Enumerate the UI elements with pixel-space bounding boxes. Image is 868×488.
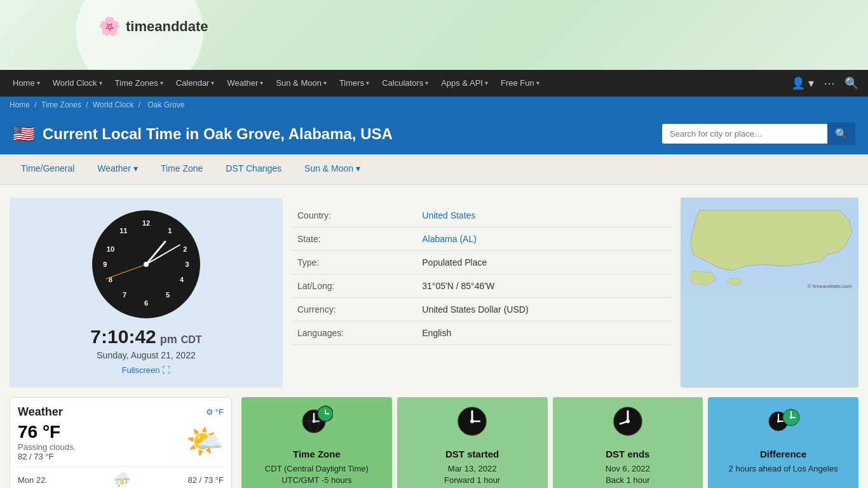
logo-area[interactable]: 🌸 timeanddate: [98, 16, 208, 37]
tab-timegeneral[interactable]: Time/General: [10, 154, 86, 184]
state-link[interactable]: Alabama (AL): [422, 234, 477, 244]
info-row-currency: Currency: United States Dollar (USD): [292, 298, 671, 322]
difference-card-icon: [767, 405, 800, 444]
label-country: Country:: [292, 204, 417, 227]
nav-timers-arrow: ▾: [366, 70, 369, 97]
dst-started-value: Mar 13, 2022Forward 1 hour: [444, 463, 500, 486]
logo-regular: timeand: [126, 18, 179, 34]
main-content: 12 1 2 3 4 5 6 7 8 9 10 11 7:10:42 pm: [0, 185, 868, 488]
nav-sunmoon-arrow: ▾: [323, 70, 327, 97]
tab-dst[interactable]: DST Changes: [214, 154, 293, 184]
nav-calendar[interactable]: Calendar ▾: [170, 70, 221, 97]
info-section: Country: United States State: Alabama (A…: [292, 198, 671, 388]
nav-weather[interactable]: Weather ▾: [220, 70, 269, 97]
clock-num-6: 6: [144, 299, 148, 307]
forecast-row-1: Mon 22. ⛈️ 82 / 73 °F: [18, 466, 224, 488]
clock-minute-hand: [146, 244, 181, 265]
label-state: State:: [292, 227, 417, 251]
breadcrumb-timezones[interactable]: Time Zones: [41, 100, 81, 109]
label-currency: Currency:: [292, 298, 417, 322]
tab-sunmoon-arrow: ▾: [356, 163, 360, 173]
nav-timezones-arrow: ▾: [160, 70, 163, 97]
search-icon[interactable]: 🔍: [841, 73, 862, 93]
page-header: 🇺🇸 Current Local Time in Oak Grove, Alab…: [0, 113, 868, 154]
share-icon[interactable]: ⋯: [820, 73, 838, 93]
forecast-temp-1: 82 / 73 °F: [187, 475, 224, 485]
country-flag: 🇺🇸: [13, 123, 35, 144]
page-title: Current Local Time in Oak Grove, Alabama…: [43, 125, 393, 143]
top-banner: 🌸 timeanddate: [0, 0, 868, 70]
clock-num-3: 3: [186, 261, 189, 268]
difference-card-title: Difference: [760, 449, 806, 459]
map-section[interactable]: © timeanddate.com: [681, 198, 858, 388]
map-image: © timeanddate.com: [681, 198, 858, 290]
clock-time: 7:10:42 pm CDT: [90, 326, 201, 348]
timezone-card-value: CDT (Central Daylight Time)UTC/GMT -5 ho…: [265, 463, 369, 486]
tab-timezone[interactable]: Time Zone: [149, 154, 214, 184]
breadcrumb-worldclock[interactable]: World Clock: [93, 100, 133, 109]
clock-num-1: 1: [168, 227, 172, 234]
page-header-left: 🇺🇸 Current Local Time in Oak Grove, Alab…: [13, 123, 393, 144]
logo-icon: 🌸: [98, 16, 121, 37]
weather-temp: 76 °F: [18, 422, 76, 442]
clock-ampm: pm: [160, 333, 177, 346]
fullscreen-icon: ⛶: [162, 365, 170, 375]
weather-forecast: Mon 22. ⛈️ 82 / 73 °F Tue 23. 🌧️ 81 / 71…: [18, 466, 224, 488]
weather-desc: Passing clouds.: [18, 442, 76, 452]
nav-calculators-arrow: ▾: [425, 70, 428, 97]
weather-section: Weather ⚙ °F 76 °F Passing clouds. 82 / …: [10, 397, 232, 488]
search-button[interactable]: 🔍: [827, 123, 855, 145]
tab-weather[interactable]: Weather ▾: [86, 154, 149, 184]
label-latlong: Lat/Long:: [292, 274, 417, 298]
bottom-row: Weather ⚙ °F 76 °F Passing clouds. 82 / …: [10, 397, 858, 488]
weather-unit: ⚙ °F: [206, 407, 224, 417]
weather-gear-icon[interactable]: ⚙: [206, 407, 214, 417]
card-dst-started[interactable]: DST started Mar 13, 2022Forward 1 hour: [397, 397, 548, 488]
breadcrumb-sep1: /: [34, 100, 39, 109]
svg-point-30: [790, 416, 792, 419]
card-difference[interactable]: Difference 2 hours ahead of Los Angeles: [708, 397, 858, 488]
search-input[interactable]: [662, 124, 827, 144]
info-cards: Time Zone CDT (Central Daylight Time)UTC…: [241, 397, 858, 488]
nav-calculators[interactable]: Calculators ▾: [376, 70, 435, 97]
tab-sunmoon[interactable]: Sun & Moon ▾: [293, 154, 372, 184]
weather-main: 76 °F Passing clouds. 82 / 73 °F 🌤️: [18, 422, 224, 461]
card-dst-ends[interactable]: DST ends Nov 6, 2022Back 1 hour: [553, 397, 703, 488]
nav-freefun[interactable]: Free Fun ▾: [494, 70, 546, 97]
dst-ends-icon: [611, 405, 644, 444]
info-row-state: State: Alabama (AL): [292, 227, 671, 251]
weather-title: Weather: [18, 405, 63, 419]
country-link[interactable]: United States: [422, 210, 475, 220]
dst-ends-value: Nov 6, 2022Back 1 hour: [606, 463, 650, 486]
timezone-card-title: Time Zone: [293, 449, 341, 459]
nav-timers[interactable]: Timers ▾: [333, 70, 376, 97]
card-timezone[interactable]: Time Zone CDT (Central Daylight Time)UTC…: [241, 397, 392, 488]
nav-sunmoon[interactable]: Sun & Moon ▾: [269, 70, 333, 97]
nav-worldclock[interactable]: World Clock ▾: [46, 70, 109, 97]
breadcrumb-sep3: /: [139, 100, 143, 109]
weather-range: 82 / 73 °F: [18, 452, 76, 461]
clock-fullscreen-link[interactable]: Fullscreen ⛶: [122, 365, 171, 375]
value-latlong: 31°05'N / 85°46'W: [417, 274, 671, 298]
content-grid: 12 1 2 3 4 5 6 7 8 9 10 11 7:10:42 pm: [10, 198, 858, 388]
nav-home[interactable]: Home ▾: [6, 70, 46, 97]
dst-started-icon: [456, 405, 489, 444]
tab-weather-arrow: ▾: [133, 163, 138, 173]
nav-weather-arrow: ▾: [260, 70, 263, 97]
clock-num-2: 2: [183, 245, 187, 253]
svg-point-26: [777, 420, 780, 423]
info-row-latlong: Lat/Long: 31°05'N / 85°46'W: [292, 274, 671, 298]
clock-face: 12 1 2 3 4 5 6 7 8 9 10 11: [92, 210, 200, 318]
account-icon[interactable]: 👤 ▾: [788, 73, 817, 93]
svg-point-22: [626, 419, 630, 423]
nav-apps[interactable]: Apps & API ▾: [435, 70, 494, 97]
sub-nav: Time/General Weather ▾ Time Zone DST Cha…: [0, 154, 868, 185]
nav-calendar-arrow: ▾: [211, 70, 214, 97]
breadcrumb-current: Oak Grove: [147, 100, 184, 109]
nav-timezones[interactable]: Time Zones ▾: [109, 70, 170, 97]
breadcrumb-home[interactable]: Home: [10, 100, 30, 109]
nav-apps-arrow: ▾: [485, 70, 488, 97]
forecast-day-1: Mon 22.: [18, 475, 56, 485]
value-state: Alabama (AL): [417, 227, 671, 251]
map-credit-text: © timeanddate.com: [808, 283, 852, 289]
